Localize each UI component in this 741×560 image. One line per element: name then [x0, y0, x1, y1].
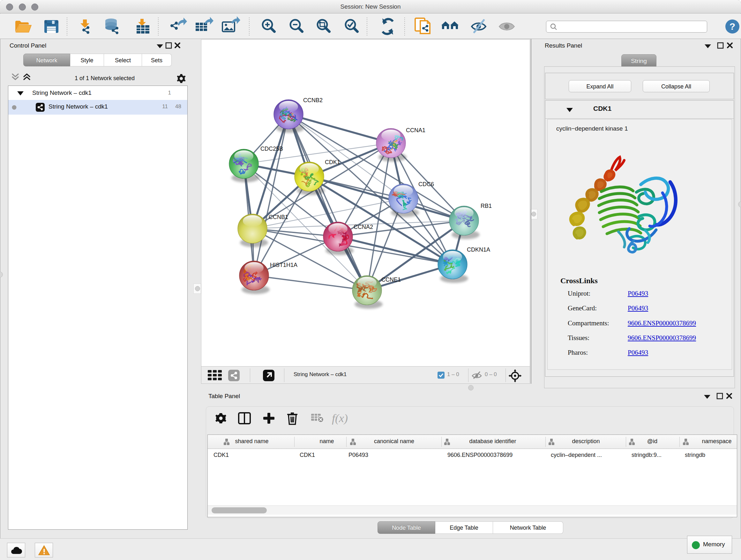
svg-text:CCNE1: CCNE1: [381, 276, 401, 283]
svg-text:CCNB2: CCNB2: [303, 97, 323, 104]
svg-text:?: ?: [730, 21, 735, 32]
svg-text:CDC6: CDC6: [418, 181, 434, 187]
svg-text:CDK1: CDK1: [325, 159, 340, 165]
svg-text:HIST1H1A: HIST1H1A: [270, 262, 297, 268]
svg-text:CDC25B: CDC25B: [260, 145, 283, 152]
svg-text:f(x): f(x): [332, 412, 348, 425]
svg-text:RB1: RB1: [481, 203, 492, 209]
svg-text:CCNA1: CCNA1: [406, 127, 425, 133]
svg-text:CCNB1: CCNB1: [269, 214, 288, 220]
svg-text:CCNA2: CCNA2: [354, 224, 373, 230]
svg-text:CDKN1A: CDKN1A: [467, 246, 490, 253]
